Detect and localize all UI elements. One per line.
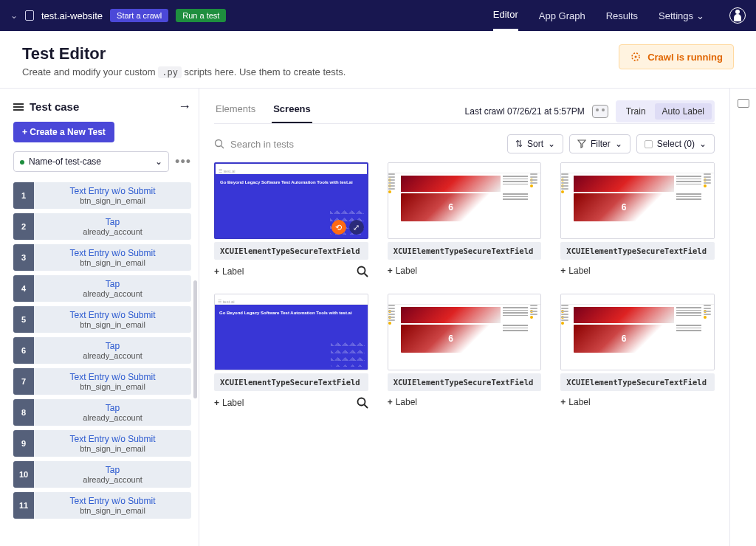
select-button[interactable]: Select (0) ⌄ bbox=[636, 134, 715, 153]
element-class-label: XCUIElementTypeSecureTextField bbox=[388, 242, 542, 260]
content-area: ElementsScreens Last crawl 07/26/21 at 5… bbox=[199, 89, 729, 546]
step-target: btn_sign_in_email bbox=[38, 258, 187, 267]
crawl-running-badge[interactable]: Crawl is running bbox=[619, 44, 734, 69]
page-subtitle: Create and modify your custom .py script… bbox=[22, 66, 346, 77]
screen-thumbnail[interactable]: ☰ test.aiGo Beyond Legacy Software Test … bbox=[214, 162, 368, 239]
document-icon bbox=[25, 10, 34, 21]
test-step[interactable]: 11Text Entry w/o Submitbtn_sign_in_email bbox=[13, 492, 191, 519]
step-target: btn_sign_in_email bbox=[38, 382, 187, 391]
step-target: already_account bbox=[38, 227, 187, 236]
arrow-right-icon[interactable]: → bbox=[178, 99, 191, 114]
svg-point-6 bbox=[357, 398, 365, 406]
top-navbar: ⌄ test.ai-website Start a crawl Run a te… bbox=[0, 0, 756, 31]
hamburger-icon[interactable] bbox=[13, 103, 24, 111]
step-number: 2 bbox=[13, 213, 34, 240]
step-target: already_account bbox=[38, 413, 187, 422]
settings-menu[interactable]: Settings⌄ bbox=[659, 10, 704, 30]
nav-tab-results[interactable]: Results bbox=[606, 10, 638, 30]
test-step[interactable]: 5Text Entry w/o Submitbtn_sign_in_email bbox=[13, 306, 191, 333]
test-step[interactable]: 9Text Entry w/o Submitbtn_sign_in_email bbox=[13, 430, 191, 457]
step-number: 7 bbox=[13, 368, 34, 395]
add-label-button[interactable]: + Label bbox=[214, 266, 244, 277]
project-name[interactable]: test.ai-website bbox=[41, 10, 103, 21]
test-step[interactable]: 6Tapalready_account bbox=[13, 337, 191, 364]
sort-button[interactable]: ⇅ Sort ⌄ bbox=[507, 134, 563, 153]
svg-line-5 bbox=[364, 274, 368, 277]
step-target: btn_sign_in_email bbox=[38, 506, 187, 515]
add-label-button[interactable]: + Label bbox=[388, 397, 417, 407]
search-input[interactable]: Search in tests bbox=[214, 139, 294, 150]
nav-tab-app-graph[interactable]: App Graph bbox=[539, 10, 585, 30]
screen-thumbnail[interactable] bbox=[388, 162, 542, 239]
step-target: btn_sign_in_email bbox=[38, 444, 187, 453]
create-new-test-button[interactable]: + Create a New Test bbox=[13, 122, 114, 142]
step-action: Text Entry w/o Submit bbox=[38, 310, 187, 320]
robot-icon[interactable] bbox=[592, 105, 608, 118]
step-number: 1 bbox=[13, 182, 34, 209]
auto-label-button[interactable]: Auto Label bbox=[655, 103, 712, 120]
element-class-label: XCUIElementTypeSecureTextField bbox=[388, 373, 542, 391]
chevron-down-icon: ⌄ bbox=[548, 139, 555, 149]
avatar[interactable] bbox=[729, 7, 746, 24]
add-label-button[interactable]: + Label bbox=[214, 398, 244, 408]
search-icon[interactable] bbox=[357, 266, 368, 277]
test-step[interactable]: 3Text Entry w/o Submitbtn_sign_in_email bbox=[13, 244, 191, 271]
status-dot-icon bbox=[20, 160, 24, 165]
nav-tab-editor[interactable]: Editor bbox=[493, 9, 518, 31]
sidebar-title: Test case bbox=[30, 100, 79, 113]
tab-screens[interactable]: Screens bbox=[272, 99, 312, 123]
test-step[interactable]: 7Text Entry w/o Submitbtn_sign_in_email bbox=[13, 368, 191, 395]
svg-line-7 bbox=[364, 405, 368, 409]
test-step[interactable]: 10Tapalready_account bbox=[13, 461, 191, 488]
element-class-label: XCUIElementTypeSecureTextField bbox=[560, 373, 715, 391]
step-number: 6 bbox=[13, 337, 34, 364]
step-target: btn_sign_in_email bbox=[38, 196, 187, 205]
tab-elements[interactable]: Elements bbox=[214, 99, 257, 123]
test-step[interactable]: 2Tapalready_account bbox=[13, 213, 191, 240]
screen-thumbnail[interactable]: ☰ test.aiGo Beyond Legacy Software Test … bbox=[214, 294, 368, 370]
step-number: 11 bbox=[13, 492, 34, 519]
expand-icon[interactable]: ⤢ bbox=[349, 220, 364, 235]
add-label-button[interactable]: + Label bbox=[560, 397, 590, 407]
search-icon[interactable] bbox=[357, 397, 368, 409]
screen-thumbnail[interactable] bbox=[560, 294, 715, 370]
test-step[interactable]: 4Tapalready_account bbox=[13, 275, 191, 302]
test-step[interactable]: 1Text Entry w/o Submitbtn_sign_in_email bbox=[13, 182, 191, 209]
page-title: Test Editor bbox=[22, 44, 346, 63]
page-header: Test Editor Create and modify your custo… bbox=[0, 31, 756, 89]
screen-thumbnail[interactable] bbox=[388, 294, 542, 370]
more-icon[interactable]: ••• bbox=[175, 154, 191, 170]
step-target: btn_sign_in_email bbox=[38, 320, 187, 329]
chevron-down-icon: ⌄ bbox=[696, 10, 704, 21]
svg-point-1 bbox=[635, 56, 637, 58]
step-action: Tap bbox=[38, 403, 187, 413]
test-case-select[interactable]: Name-of test-case ⌄ bbox=[13, 151, 169, 172]
right-gutter bbox=[729, 89, 756, 546]
step-number: 8 bbox=[13, 399, 34, 426]
target-icon bbox=[630, 51, 642, 63]
checkbox-icon bbox=[645, 140, 653, 148]
add-label-button[interactable]: + Label bbox=[560, 266, 590, 276]
refresh-icon[interactable]: ⟲ bbox=[331, 220, 346, 235]
filter-button[interactable]: Filter ⌄ bbox=[569, 134, 630, 153]
chevron-down-icon: ⌄ bbox=[155, 156, 162, 167]
step-action: Text Entry w/o Submit bbox=[38, 496, 187, 506]
step-number: 4 bbox=[13, 275, 34, 302]
test-step[interactable]: 8Tapalready_account bbox=[13, 399, 191, 426]
element-class-label: XCUIElementTypeSecureTextField bbox=[214, 373, 368, 391]
start-crawl-button[interactable]: Start a crawl bbox=[110, 9, 168, 22]
run-test-button[interactable]: Run a test bbox=[176, 9, 226, 22]
step-action: Tap bbox=[38, 465, 187, 475]
scrollbar-thumb[interactable] bbox=[193, 280, 197, 398]
step-action: Text Entry w/o Submit bbox=[38, 434, 187, 444]
step-number: 9 bbox=[13, 430, 34, 457]
screen-thumbnail[interactable] bbox=[560, 162, 715, 239]
step-action: Text Entry w/o Submit bbox=[38, 248, 187, 258]
screen-card: ☰ test.aiGo Beyond Legacy Software Test … bbox=[214, 162, 368, 277]
add-label-button[interactable]: + Label bbox=[388, 266, 417, 276]
panel-icon[interactable] bbox=[738, 99, 749, 108]
train-button[interactable]: Train bbox=[619, 103, 653, 120]
screen-card: XCUIElementTypeSecureTextField+ Label bbox=[560, 294, 715, 409]
train-button-group: Train Auto Label bbox=[616, 100, 715, 122]
chevron-down-icon[interactable]: ⌄ bbox=[10, 10, 18, 21]
